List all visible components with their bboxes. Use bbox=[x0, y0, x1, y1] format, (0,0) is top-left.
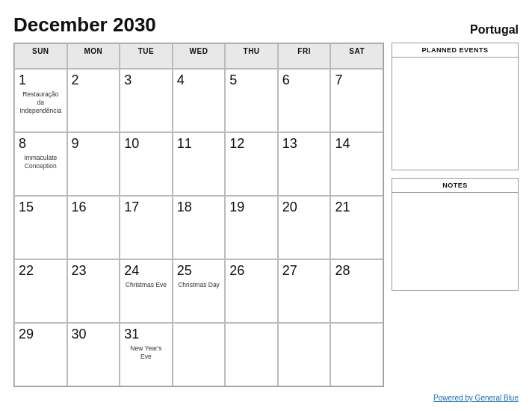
day-header-mon: MON bbox=[67, 43, 120, 69]
footer: Powered by General Blue bbox=[13, 387, 519, 404]
calendar-grid: SUN MON TUE WED THU FRI SAT 1 Restauraçã… bbox=[14, 43, 383, 386]
day-cell-25: 25 Christmas Day bbox=[173, 259, 226, 323]
planned-events-title: PLANNED EVENTS bbox=[392, 43, 518, 58]
empty-cell-2 bbox=[225, 323, 278, 386]
planned-events-box: PLANNED EVENTS bbox=[392, 43, 519, 170]
calendar-section: SUN MON TUE WED THU FRI SAT 1 Restauraçã… bbox=[13, 43, 384, 387]
day-cell-31: 31 New Year'sEve bbox=[120, 323, 173, 386]
day-header-thu: THU bbox=[225, 43, 278, 69]
powered-by-link[interactable]: Powered by General Blue bbox=[433, 394, 519, 402]
day-cell-3: 3 bbox=[120, 69, 173, 132]
day-cell-10: 10 bbox=[120, 132, 173, 196]
day-header-tue: TUE bbox=[120, 43, 173, 69]
sidebar: PLANNED EVENTS NOTES bbox=[392, 43, 519, 387]
day-cell-11: 11 bbox=[173, 132, 226, 196]
day-cell-28: 28 bbox=[330, 259, 383, 323]
day-cell-12: 12 bbox=[225, 132, 278, 196]
page-title: December 2030 bbox=[13, 13, 156, 37]
day-cell-22: 22 bbox=[14, 259, 67, 323]
header: December 2030 Portugal bbox=[13, 13, 519, 37]
empty-cell-4 bbox=[330, 323, 383, 386]
day-header-sun: SUN bbox=[14, 43, 67, 69]
country-label: Portugal bbox=[470, 23, 519, 37]
day-cell-26: 26 bbox=[225, 259, 278, 323]
day-cell-30: 30 bbox=[67, 323, 120, 386]
day-header-sat: SAT bbox=[330, 43, 383, 69]
main-content: SUN MON TUE WED THU FRI SAT 1 Restauraçã… bbox=[13, 43, 519, 387]
day-cell-27: 27 bbox=[278, 259, 331, 323]
day-cell-7: 7 bbox=[330, 69, 383, 132]
day-cell-8: 8 ImmaculateConception bbox=[14, 132, 67, 196]
day-cell-29: 29 bbox=[14, 323, 67, 386]
day-cell-4: 4 bbox=[173, 69, 226, 132]
day-cell-23: 23 bbox=[67, 259, 120, 323]
day-cell-15: 15 bbox=[14, 196, 67, 259]
day-cell-6: 6 bbox=[278, 69, 331, 132]
day-cell-13: 13 bbox=[278, 132, 331, 196]
notes-box: NOTES bbox=[392, 178, 519, 291]
day-cell-24: 24 Christmas Eve bbox=[120, 259, 173, 323]
day-cell-9: 9 bbox=[67, 132, 120, 196]
page: December 2030 Portugal SUN MON TUE WED T… bbox=[0, 0, 532, 411]
notes-content bbox=[392, 193, 518, 290]
empty-cell-3 bbox=[278, 323, 331, 386]
day-header-fri: FRI bbox=[278, 43, 331, 69]
day-cell-16: 16 bbox=[67, 196, 120, 259]
day-cell-19: 19 bbox=[225, 196, 278, 259]
day-header-wed: WED bbox=[173, 43, 226, 69]
day-cell-1: 1 RestauraçãodaIndependência bbox=[14, 69, 67, 132]
notes-title: NOTES bbox=[392, 179, 518, 193]
day-cell-18: 18 bbox=[173, 196, 226, 259]
day-cell-17: 17 bbox=[120, 196, 173, 259]
day-cell-14: 14 bbox=[330, 132, 383, 196]
day-cell-21: 21 bbox=[330, 196, 383, 259]
day-cell-5: 5 bbox=[225, 69, 278, 132]
day-cell-2: 2 bbox=[67, 69, 120, 132]
day-cell-20: 20 bbox=[278, 196, 331, 259]
empty-cell-1 bbox=[173, 323, 226, 386]
planned-events-content bbox=[392, 58, 518, 170]
